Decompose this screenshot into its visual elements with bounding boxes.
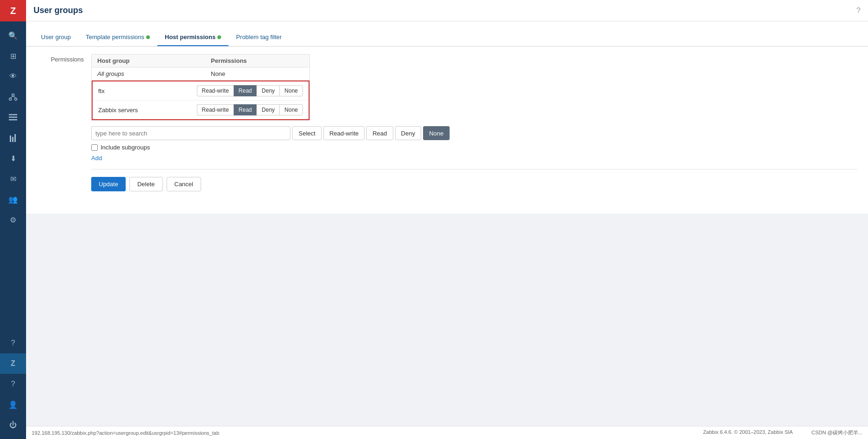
sidebar-item-users[interactable]: 👥 (0, 189, 26, 209)
col-permissions-header: Permissions (211, 57, 304, 64)
perm-btn-ftx-read[interactable]: Read (234, 85, 257, 96)
deny-button[interactable]: Deny (395, 126, 421, 140)
tab-user-group[interactable]: User group (34, 29, 78, 46)
svg-rect-9 (12, 137, 13, 142)
include-subgroups-label: Include subgroups (101, 144, 150, 151)
read-button[interactable]: Read (366, 126, 393, 140)
col-host-group-header: Host group (97, 57, 211, 64)
perm-buttons-zabbix-servers: Read-write Read Deny None (197, 104, 303, 115)
permission-row-zabbix-servers: Zabbix servers Read-write Read Deny None (93, 101, 309, 119)
svg-line-4 (13, 96, 16, 98)
none-button[interactable]: None (423, 126, 450, 140)
all-groups-perm: None (211, 70, 304, 77)
perm-buttons-ftx: Read-write Read Deny None (197, 85, 303, 96)
search-row: Select Read-write Read Deny None (91, 126, 450, 140)
main-content: User groups ? User group Template permis… (26, 0, 868, 439)
search-input[interactable] (91, 126, 290, 140)
svg-rect-5 (9, 114, 17, 115)
tabs: User group Template permissions Host per… (26, 29, 868, 47)
group-name-ftx: ftx (98, 88, 197, 95)
sidebar-logo: Z (0, 0, 26, 21)
sidebar-item-profile[interactable]: 👤 (0, 394, 26, 415)
form-actions: Update Delete Cancel (91, 169, 857, 199)
form-container: User group Template permissions Host per… (26, 21, 868, 214)
group-name-zabbix-servers: Zabbix servers (98, 107, 197, 114)
host-permissions-dot (217, 35, 221, 39)
sidebar-item-network[interactable] (0, 87, 26, 107)
permissions-content: Host group Permissions All groups None f (91, 54, 857, 199)
page-title: User groups (34, 6, 83, 15)
sidebar-item-settings[interactable]: ⚙ (0, 209, 26, 230)
permissions-label: Permissions (37, 54, 84, 63)
statusbar-right: Zabbix 6.4.6. © 2001–2023, Zabbix SIA CS… (703, 429, 862, 436)
reports-icon (9, 134, 17, 142)
topbar: User groups ? (26, 0, 868, 21)
form-body: Permissions Host group Permissions All g… (26, 47, 868, 206)
sidebar-nav: 🔍 ⊞ 👁 ⬇ ✉ (0, 21, 26, 333)
sidebar: Z 🔍 ⊞ 👁 (0, 0, 26, 439)
permission-row-ftx: ftx Read-write Read Deny None (93, 81, 309, 101)
sidebar-item-inventory[interactable] (0, 107, 26, 128)
sidebar-item-zabbix[interactable]: Z (0, 353, 26, 374)
permissions-section: Permissions Host group Permissions All g… (37, 54, 857, 199)
statusbar-url: 192.168.195.130/zabbix.php?action=usergr… (32, 430, 219, 436)
tab-template-permissions[interactable]: Template permissions (78, 29, 157, 46)
select-button[interactable]: Select (292, 126, 321, 140)
tab-host-permissions[interactable]: Host permissions (157, 29, 229, 46)
all-groups-label: All groups (97, 70, 211, 77)
statusbar: 192.168.195.130/zabbix.php?action=usergr… (26, 426, 868, 439)
add-link[interactable]: Add (91, 155, 857, 162)
help-icon[interactable]: ? (856, 7, 861, 15)
read-write-button[interactable]: Read-write (323, 126, 365, 140)
update-button[interactable]: Update (91, 177, 126, 191)
svg-line-3 (10, 96, 13, 98)
statusbar-right-text: CSDN @碳烤小肥羊... (811, 429, 862, 436)
delete-button[interactable]: Delete (129, 177, 163, 191)
network-icon (9, 93, 17, 101)
sidebar-item-dashboard[interactable]: ⊞ (0, 46, 26, 66)
sidebar-item-help[interactable]: ? (0, 374, 26, 394)
permissions-table-body: ftx Read-write Read Deny None (92, 81, 310, 120)
sidebar-item-monitoring[interactable]: 👁 (0, 66, 26, 87)
sidebar-item-logout[interactable]: ⏻ (0, 415, 26, 435)
svg-point-0 (12, 94, 14, 96)
svg-rect-8 (10, 135, 11, 142)
sidebar-item-support[interactable]: ? (0, 333, 26, 353)
perm-btn-ftx-none[interactable]: None (279, 85, 303, 96)
svg-rect-10 (14, 134, 16, 142)
list-icon (9, 114, 17, 121)
svg-rect-6 (9, 117, 17, 118)
include-subgroups-checkbox[interactable] (91, 144, 98, 151)
permissions-table-header: Host group Permissions (92, 54, 310, 68)
svg-point-1 (9, 98, 12, 101)
perm-btn-ftx-deny[interactable]: Deny (256, 85, 279, 96)
sidebar-item-download[interactable]: ⬇ (0, 148, 26, 169)
all-groups-row: All groups None (92, 68, 310, 81)
svg-rect-7 (9, 119, 17, 121)
sidebar-bottom: ? Z ? 👤 ⏻ (0, 333, 26, 439)
perm-btn-zabbix-read[interactable]: Read (234, 104, 257, 115)
perm-btn-zabbix-deny[interactable]: Deny (256, 104, 279, 115)
statusbar-center: Zabbix 6.4.6. © 2001–2023, Zabbix SIA (703, 429, 793, 436)
content-area: User group Template permissions Host per… (26, 21, 868, 426)
sidebar-item-reports[interactable] (0, 128, 26, 148)
tab-problem-tag-filter[interactable]: Problem tag filter (229, 29, 289, 46)
sidebar-item-alerts[interactable]: ✉ (0, 169, 26, 189)
perm-btn-ftx-read-write[interactable]: Read-write (197, 85, 234, 96)
cancel-button[interactable]: Cancel (167, 177, 201, 191)
permissions-table: Host group Permissions All groups None f (91, 54, 310, 121)
include-subgroups-row: Include subgroups (91, 144, 857, 151)
perm-btn-zabbix-none[interactable]: None (279, 104, 303, 115)
perm-btn-zabbix-read-write[interactable]: Read-write (197, 104, 234, 115)
svg-point-2 (15, 98, 17, 101)
sidebar-item-search[interactable]: 🔍 (0, 25, 26, 46)
template-permissions-dot (146, 35, 150, 39)
